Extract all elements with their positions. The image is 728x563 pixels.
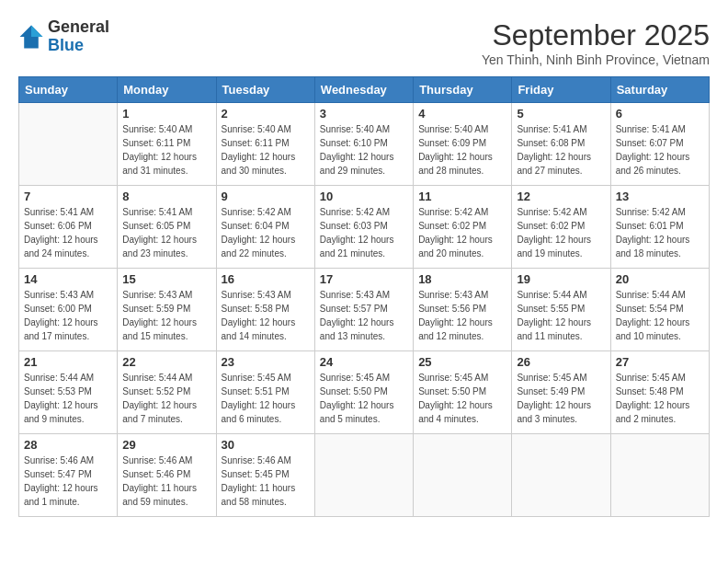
day-number: 29 <box>122 438 210 452</box>
calendar-cell: 4Sunrise: 5:40 AM Sunset: 6:09 PM Daylig… <box>414 103 512 186</box>
calendar-cell: 26Sunrise: 5:45 AM Sunset: 5:49 PM Dayli… <box>512 351 610 434</box>
day-info: Sunrise: 5:40 AM Sunset: 6:10 PM Dayligh… <box>320 122 408 178</box>
day-info: Sunrise: 5:44 AM Sunset: 5:54 PM Dayligh… <box>616 288 704 343</box>
day-info: Sunrise: 5:40 AM Sunset: 6:11 PM Dayligh… <box>122 122 210 178</box>
day-number: 6 <box>616 107 704 121</box>
day-info: Sunrise: 5:43 AM Sunset: 5:58 PM Dayligh… <box>222 288 310 343</box>
day-info: Sunrise: 5:43 AM Sunset: 5:57 PM Dayligh… <box>320 288 408 343</box>
day-number: 24 <box>320 355 408 369</box>
calendar-cell: 27Sunrise: 5:45 AM Sunset: 5:48 PM Dayli… <box>610 351 709 434</box>
day-info: Sunrise: 5:46 AM Sunset: 5:47 PM Dayligh… <box>24 454 112 509</box>
weekday-header-saturday: Saturday <box>610 77 709 103</box>
logo-icon <box>18 24 44 50</box>
day-number: 17 <box>320 272 408 286</box>
day-info: Sunrise: 5:45 AM Sunset: 5:51 PM Dayligh… <box>222 371 310 426</box>
month-title: September 2025 <box>482 18 710 52</box>
day-number: 10 <box>320 190 408 203</box>
calendar-cell: 22Sunrise: 5:44 AM Sunset: 5:52 PM Dayli… <box>118 351 216 434</box>
calendar-cell: 1Sunrise: 5:40 AM Sunset: 6:11 PM Daylig… <box>118 103 216 186</box>
day-number: 8 <box>122 190 210 203</box>
weekday-header-sunday: Sunday <box>19 77 118 103</box>
calendar-cell: 16Sunrise: 5:43 AM Sunset: 5:58 PM Dayli… <box>216 269 314 351</box>
logo: General Blue <box>18 18 109 55</box>
weekday-header-wednesday: Wednesday <box>314 77 413 103</box>
day-info: Sunrise: 5:46 AM Sunset: 5:46 PM Dayligh… <box>122 454 210 509</box>
day-number: 12 <box>517 190 605 203</box>
day-number: 23 <box>222 355 310 369</box>
calendar-cell: 6Sunrise: 5:41 AM Sunset: 6:07 PM Daylig… <box>610 103 709 186</box>
day-number: 26 <box>517 355 605 369</box>
calendar-week-1: 1Sunrise: 5:40 AM Sunset: 6:11 PM Daylig… <box>19 103 710 186</box>
weekday-header-row: SundayMondayTuesdayWednesdayThursdayFrid… <box>19 77 710 103</box>
calendar-cell: 19Sunrise: 5:44 AM Sunset: 5:55 PM Dayli… <box>512 269 610 351</box>
calendar-week-5: 28Sunrise: 5:46 AM Sunset: 5:47 PM Dayli… <box>19 434 710 517</box>
day-info: Sunrise: 5:41 AM Sunset: 6:07 PM Dayligh… <box>616 122 704 178</box>
calendar-cell: 8Sunrise: 5:41 AM Sunset: 6:05 PM Daylig… <box>118 186 216 269</box>
day-info: Sunrise: 5:43 AM Sunset: 6:00 PM Dayligh… <box>24 288 112 343</box>
day-number: 14 <box>24 272 112 286</box>
logo-general-text: General <box>48 18 109 37</box>
day-info: Sunrise: 5:43 AM Sunset: 5:59 PM Dayligh… <box>122 288 210 343</box>
day-info: Sunrise: 5:42 AM Sunset: 6:04 PM Dayligh… <box>222 205 310 260</box>
calendar-week-4: 21Sunrise: 5:44 AM Sunset: 5:53 PM Dayli… <box>19 351 710 434</box>
logo-blue-text: Blue <box>48 37 109 55</box>
title-block: September 2025 Yen Thinh, Ninh Binh Prov… <box>482 18 710 67</box>
calendar-cell: 3Sunrise: 5:40 AM Sunset: 6:10 PM Daylig… <box>314 103 413 186</box>
calendar-cell: 2Sunrise: 5:40 AM Sunset: 6:11 PM Daylig… <box>216 103 314 186</box>
calendar-cell: 15Sunrise: 5:43 AM Sunset: 5:59 PM Dayli… <box>118 269 216 351</box>
day-number: 4 <box>418 107 506 121</box>
calendar-cell <box>19 103 118 186</box>
weekday-header-friday: Friday <box>512 77 610 103</box>
weekday-header-monday: Monday <box>118 77 216 103</box>
day-info: Sunrise: 5:44 AM Sunset: 5:52 PM Dayligh… <box>122 371 210 426</box>
day-info: Sunrise: 5:45 AM Sunset: 5:48 PM Dayligh… <box>616 371 704 426</box>
day-number: 11 <box>418 190 506 203</box>
calendar-cell <box>314 434 413 517</box>
calendar-cell: 20Sunrise: 5:44 AM Sunset: 5:54 PM Dayli… <box>610 269 709 351</box>
calendar-cell: 29Sunrise: 5:46 AM Sunset: 5:46 PM Dayli… <box>118 434 216 517</box>
calendar-cell <box>610 434 709 517</box>
day-number: 13 <box>616 190 704 203</box>
day-info: Sunrise: 5:43 AM Sunset: 5:56 PM Dayligh… <box>418 288 506 343</box>
calendar-week-2: 7Sunrise: 5:41 AM Sunset: 6:06 PM Daylig… <box>19 186 710 269</box>
calendar-cell: 9Sunrise: 5:42 AM Sunset: 6:04 PM Daylig… <box>216 186 314 269</box>
day-info: Sunrise: 5:46 AM Sunset: 5:45 PM Dayligh… <box>222 454 310 509</box>
day-info: Sunrise: 5:45 AM Sunset: 5:49 PM Dayligh… <box>517 371 605 426</box>
day-info: Sunrise: 5:40 AM Sunset: 6:09 PM Dayligh… <box>418 122 506 178</box>
day-info: Sunrise: 5:41 AM Sunset: 6:08 PM Dayligh… <box>517 122 605 178</box>
calendar-cell: 21Sunrise: 5:44 AM Sunset: 5:53 PM Dayli… <box>19 351 118 434</box>
day-info: Sunrise: 5:44 AM Sunset: 5:55 PM Dayligh… <box>517 288 605 343</box>
calendar-cell: 23Sunrise: 5:45 AM Sunset: 5:51 PM Dayli… <box>216 351 314 434</box>
day-number: 9 <box>222 190 310 203</box>
svg-marker-1 <box>31 25 42 36</box>
location: Yen Thinh, Ninh Binh Province, Vietnam <box>482 52 710 67</box>
day-info: Sunrise: 5:42 AM Sunset: 6:02 PM Dayligh… <box>418 205 506 260</box>
day-number: 7 <box>24 190 112 203</box>
day-number: 28 <box>24 438 112 452</box>
weekday-header-thursday: Thursday <box>414 77 512 103</box>
day-info: Sunrise: 5:44 AM Sunset: 5:53 PM Dayligh… <box>24 371 112 426</box>
day-number: 16 <box>222 272 310 286</box>
day-info: Sunrise: 5:41 AM Sunset: 6:06 PM Dayligh… <box>24 205 112 260</box>
calendar-week-3: 14Sunrise: 5:43 AM Sunset: 6:00 PM Dayli… <box>19 269 710 351</box>
day-info: Sunrise: 5:42 AM Sunset: 6:03 PM Dayligh… <box>320 205 408 260</box>
calendar-cell: 14Sunrise: 5:43 AM Sunset: 6:00 PM Dayli… <box>19 269 118 351</box>
day-info: Sunrise: 5:45 AM Sunset: 5:50 PM Dayligh… <box>320 371 408 426</box>
day-number: 3 <box>320 107 408 121</box>
calendar-cell: 5Sunrise: 5:41 AM Sunset: 6:08 PM Daylig… <box>512 103 610 186</box>
calendar-cell: 11Sunrise: 5:42 AM Sunset: 6:02 PM Dayli… <box>414 186 512 269</box>
calendar-cell: 17Sunrise: 5:43 AM Sunset: 5:57 PM Dayli… <box>314 269 413 351</box>
calendar-cell: 24Sunrise: 5:45 AM Sunset: 5:50 PM Dayli… <box>314 351 413 434</box>
day-info: Sunrise: 5:40 AM Sunset: 6:11 PM Dayligh… <box>222 122 310 178</box>
day-info: Sunrise: 5:42 AM Sunset: 6:01 PM Dayligh… <box>616 205 704 260</box>
page-header: General Blue September 2025 Yen Thinh, N… <box>18 18 710 67</box>
day-info: Sunrise: 5:45 AM Sunset: 5:50 PM Dayligh… <box>418 371 506 426</box>
day-number: 19 <box>517 272 605 286</box>
calendar-cell: 30Sunrise: 5:46 AM Sunset: 5:45 PM Dayli… <box>216 434 314 517</box>
calendar-cell: 25Sunrise: 5:45 AM Sunset: 5:50 PM Dayli… <box>414 351 512 434</box>
day-number: 2 <box>222 107 310 121</box>
day-number: 27 <box>616 355 704 369</box>
day-info: Sunrise: 5:42 AM Sunset: 6:02 PM Dayligh… <box>517 205 605 260</box>
calendar-cell: 18Sunrise: 5:43 AM Sunset: 5:56 PM Dayli… <box>414 269 512 351</box>
day-number: 22 <box>122 355 210 369</box>
